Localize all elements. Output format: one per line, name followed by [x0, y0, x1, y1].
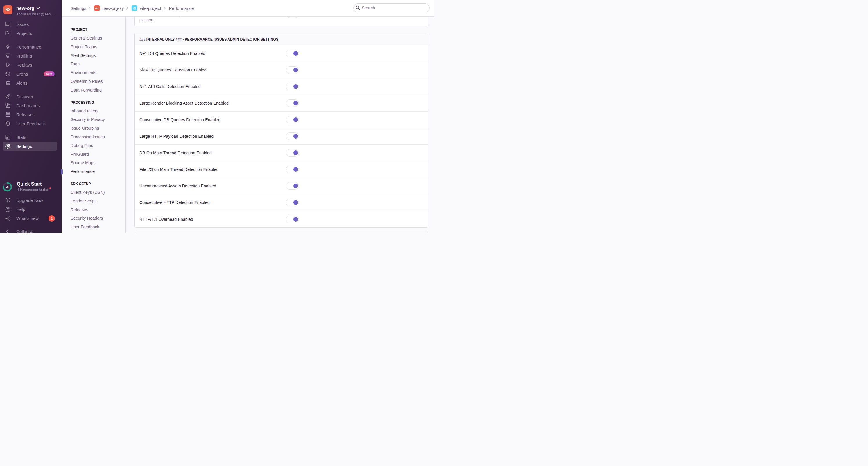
svg-text:4: 4	[6, 185, 9, 189]
